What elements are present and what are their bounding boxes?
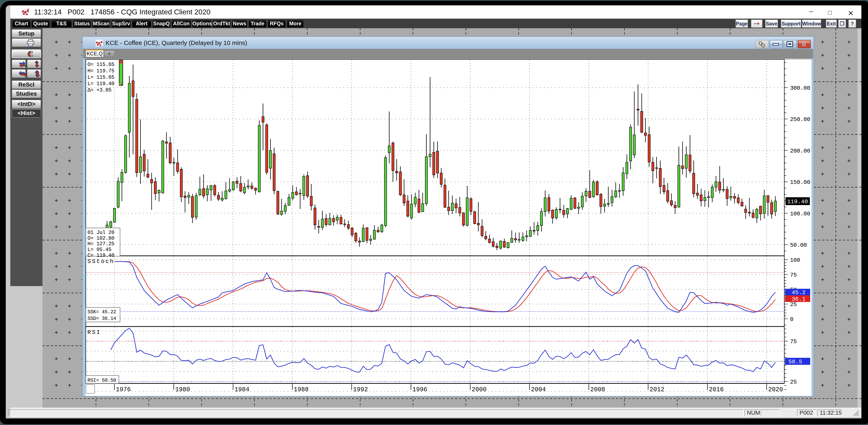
svg-text:RSI= 50.50: RSI= 50.50 — [88, 378, 116, 383]
svg-text:L= 119.40: L= 119.40 — [88, 81, 115, 87]
svg-text:75: 75 — [790, 338, 797, 345]
svg-text:150.00: 150.00 — [790, 179, 810, 186]
svg-text:Δ= +3.85: Δ= +3.85 — [88, 87, 112, 93]
svg-text:2016: 2016 — [709, 386, 724, 393]
svg-text:SSK= 45.22: SSK= 45.22 — [88, 309, 116, 315]
svg-text:100: 100 — [790, 257, 800, 263]
svg-text:RSI: RSI — [88, 329, 101, 335]
svg-text:300.00: 300.00 — [790, 85, 810, 91]
svg-text:0: 0 — [790, 316, 793, 323]
svg-text:1984: 1984 — [235, 386, 249, 393]
svg-text:75: 75 — [790, 272, 797, 278]
svg-text:SSD= 36.14: SSD= 36.14 — [88, 316, 116, 321]
svg-text:1996: 1996 — [412, 386, 427, 393]
svg-text:50.00: 50.00 — [790, 242, 807, 248]
svg-text:H= 119.75: H= 119.75 — [88, 68, 115, 74]
svg-text:1976: 1976 — [116, 386, 131, 393]
svg-text:2020: 2020 — [768, 386, 783, 393]
svg-text:C= 119.40: C= 119.40 — [88, 253, 115, 258]
svg-text:1980: 1980 — [175, 386, 190, 393]
svg-text:H= 127.25: H= 127.25 — [88, 241, 115, 247]
svg-text:250.00: 250.00 — [790, 116, 810, 123]
svg-text:50.5: 50.5 — [788, 359, 802, 365]
svg-text:SStoch: SStoch — [88, 258, 115, 265]
svg-text:2008: 2008 — [590, 386, 605, 393]
svg-text:25: 25 — [790, 379, 797, 385]
svg-text:2000: 2000 — [472, 386, 487, 393]
svg-text:L= 95.45: L= 95.45 — [88, 247, 112, 253]
svg-text:200.00: 200.00 — [790, 148, 810, 154]
svg-text:2004: 2004 — [531, 386, 546, 393]
svg-text:L= 115.65: L= 115.65 — [88, 74, 115, 80]
svg-text:O= 102.80: O= 102.80 — [88, 235, 115, 241]
svg-text:01 Jul 20: 01 Jul 20 — [88, 230, 115, 236]
svg-text:1992: 1992 — [353, 386, 368, 393]
svg-text:119.40: 119.40 — [787, 198, 808, 205]
svg-text:O= 115.65: O= 115.65 — [88, 62, 115, 68]
svg-text:100.00: 100.00 — [790, 210, 810, 217]
svg-text:2012: 2012 — [650, 386, 664, 393]
svg-text:36.1: 36.1 — [792, 296, 806, 302]
svg-text:45.2: 45.2 — [792, 289, 806, 296]
svg-text:1988: 1988 — [294, 386, 309, 393]
